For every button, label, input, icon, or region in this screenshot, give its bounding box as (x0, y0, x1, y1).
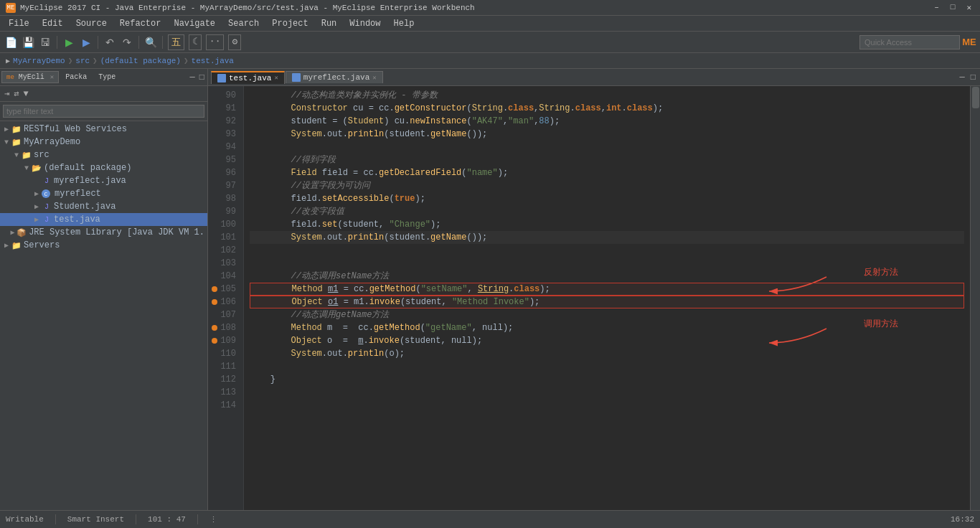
tb-debug-button[interactable]: ▶ (78, 34, 94, 50)
code-line-110: System.out.println(o); (250, 347, 964, 360)
panel-sync[interactable]: ⇄ (12, 88, 20, 99)
etc-minimize[interactable]: ― (958, 72, 966, 82)
tree-item-src[interactable]: ▼ 📁 src (0, 148, 207, 161)
tb-search-button[interactable]: 🔍 (143, 34, 159, 50)
tree-item-student-java[interactable]: ▶ J Student.java (0, 200, 207, 213)
editor-tab-test-java[interactable]: test.java ✕ (211, 71, 285, 84)
tb-undo-button[interactable]: ↶ (102, 34, 118, 50)
tab-close-myreflect[interactable]: ✕ (372, 74, 376, 82)
minimize-button[interactable]: – (931, 3, 942, 12)
code-line-114 (250, 399, 964, 412)
sb-writable: Writable (6, 515, 44, 524)
position-label: 101 : 47 (148, 515, 186, 524)
editor-tab-myreflect[interactable]: myreflect.java ✕ (286, 71, 383, 83)
tab-myecli[interactable]: me MyEcli ✕ (1, 71, 59, 83)
tb-separator-2 (98, 36, 98, 49)
tree-item-servers[interactable]: ▶ 📁 Servers (0, 239, 207, 252)
code-line-90: //动态构造类对象并实例化 - 带参数 (250, 89, 964, 102)
maximize-button[interactable]: □ (948, 3, 958, 12)
tree-item-default-pkg[interactable]: ▼ 📂 (default package) (0, 161, 207, 174)
code-line-93: System.out.println(student.getName()); (250, 128, 964, 141)
tb-redo-button[interactable]: ↷ (119, 34, 135, 50)
tb-run-button[interactable]: ▶ (61, 34, 77, 50)
panel-minimize-button[interactable]: ― (189, 72, 197, 82)
tab-close-test[interactable]: ✕ (274, 74, 278, 82)
ln-101: 101 (208, 231, 239, 244)
ln-96: 96 (208, 166, 239, 179)
tree-arrow-myarraydemo: ▼ (3, 138, 10, 146)
code-line-101: System.out.println(student.getName()); (250, 231, 964, 244)
sb-sep-1 (55, 514, 56, 524)
tree-arrow-servers: ▶ (3, 241, 10, 250)
code-content[interactable]: //动态构造类对象并实例化 - 带参数 Constructor cu = cc.… (244, 86, 970, 510)
tree-label-jre: JRE System Library [Java JDK VM 1. (29, 227, 204, 237)
bp-marker-106 (212, 299, 217, 305)
ln-110: 110 (208, 347, 239, 360)
left-panel: me MyEcli ✕ Packa Type ― □ ⇥ ⇄ ▼ ▶ 📁 RES… (0, 69, 208, 510)
bp-marker-108 (212, 325, 217, 331)
tb-save-button[interactable]: 💾 (20, 34, 36, 50)
etc-maximize[interactable]: □ (969, 72, 977, 82)
bc-src[interactable]: src (75, 57, 90, 65)
sb-menu-btn[interactable]: ⋮ (209, 515, 217, 524)
ln-97: 97 (208, 179, 239, 192)
bc-sep-2: ❯ (93, 56, 98, 65)
menu-navigate[interactable]: Navigate (168, 17, 221, 30)
menu-project[interactable]: Project (266, 17, 314, 30)
tree-item-myreflect-java[interactable]: J myreflect.java (0, 174, 207, 187)
menu-source[interactable]: Source (70, 17, 113, 30)
filter-input[interactable] (3, 105, 204, 118)
ln-100: 100 (208, 218, 239, 231)
tree-label-myreflect-java: myreflect.java (54, 176, 126, 186)
close-button[interactable]: ✕ (963, 3, 974, 12)
bc-default-pkg[interactable]: (default package) (100, 57, 181, 65)
tb-new-button[interactable]: 📄 (3, 34, 19, 50)
menu-window[interactable]: Window (344, 17, 386, 30)
menu-file[interactable]: File (3, 17, 35, 30)
menu-edit[interactable]: Edit (37, 17, 69, 30)
menu-run[interactable]: Run (316, 17, 343, 30)
window-controls[interactable]: – □ ✕ (931, 3, 974, 12)
scrollbar-thumb[interactable] (972, 87, 979, 108)
bc-test-java[interactable]: test.java (192, 57, 234, 65)
panel-menu[interactable]: ▼ (22, 89, 29, 99)
code-line-112: } (250, 373, 964, 386)
panel-collapse-all[interactable]: ⇥ (3, 88, 11, 99)
tree-arrow-src: ▼ (13, 151, 20, 159)
code-line-97: //设置字段为可访问 (250, 179, 964, 192)
tb-chinese-label: 五 (168, 34, 184, 50)
bc-myarraydemo[interactable]: MyArrayDemo (13, 57, 65, 65)
tab-label-test: test.java (229, 74, 271, 82)
java-icon-student: J (42, 202, 52, 212)
code-line-108: Method m = cc.getMethod("getName", null)… (250, 321, 964, 334)
tb-me-button[interactable]: ME (961, 34, 977, 50)
server-icon: 📁 (11, 240, 22, 250)
sb-insert-mode: Smart Insert (67, 515, 124, 524)
quick-access-input[interactable] (859, 35, 960, 50)
menu-refactor[interactable]: Refactor (114, 17, 167, 30)
tb-gear-icon[interactable]: ⚙ (228, 34, 241, 50)
tree-item-myarraydemo[interactable]: ▼ 📁 MyArrayDemo (0, 136, 207, 148)
tree-item-myreflect[interactable]: ▶ C myreflect (0, 187, 207, 200)
tree-item-rest[interactable]: ▶ 📁 RESTful Web Services (0, 123, 207, 136)
ln-93: 93 (208, 128, 239, 141)
menu-help[interactable]: Help (388, 17, 420, 30)
sb-position: 101 : 47 (148, 515, 186, 524)
tab-type[interactable]: Type (93, 71, 121, 83)
editor-tab-controls: ― □ (958, 72, 977, 82)
editor-area: test.java ✕ myreflect.java ✕ ― □ 90 91 9… (208, 69, 980, 510)
tree-item-jre[interactable]: ▶ 📦 JRE System Library [Java JDK VM 1. (0, 226, 207, 239)
tab-label-myreflect: myreflect.java (303, 73, 369, 82)
tab-packa[interactable]: Packa (60, 71, 92, 83)
ln-108: 108 (208, 321, 239, 334)
tree-item-test-java[interactable]: ▶ J test.java (0, 213, 207, 226)
panel-toolbar: ⇥ ⇄ ▼ (0, 86, 207, 102)
tb-save-all-button[interactable]: 🖫 (37, 34, 53, 50)
ln-95: 95 (208, 154, 239, 166)
tab-myecli-close[interactable]: ✕ (50, 74, 54, 81)
panel-maximize-button[interactable]: □ (198, 72, 206, 82)
code-area[interactable]: 90 91 92 93 94 95 96 97 98 99 100 101 10… (208, 86, 980, 510)
tree-label-rest: RESTful Web Services (24, 124, 127, 134)
ln-114: 114 (208, 399, 239, 412)
menu-search[interactable]: Search (222, 17, 265, 30)
